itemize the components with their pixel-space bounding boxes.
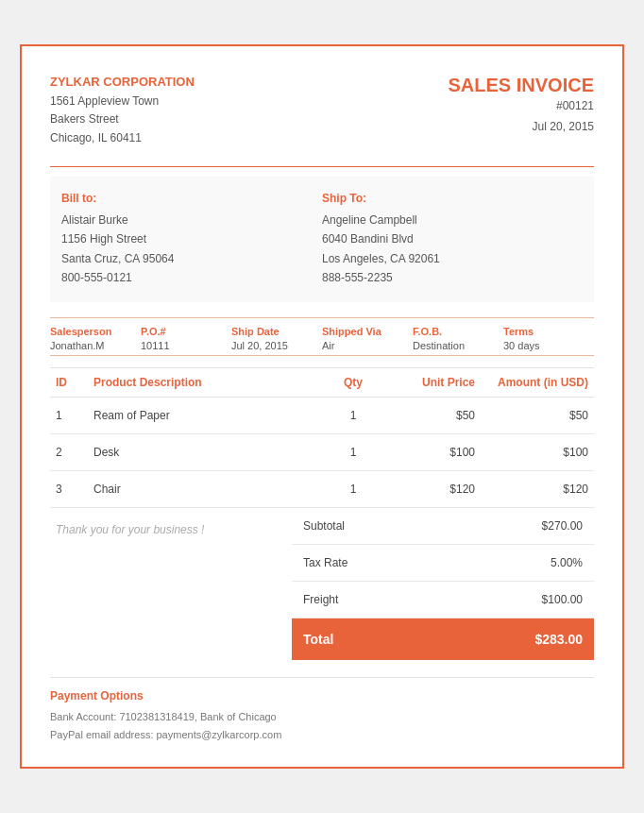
fob-value: Destination — [413, 340, 503, 351]
payment-paypal: PayPal email address: payments@zylkarcor… — [50, 726, 594, 744]
salesperson-cell: Salesperson Jonathan.M — [50, 326, 141, 351]
ship-to-label: Ship To: — [322, 192, 583, 205]
invoice-number: #00121 — [449, 96, 594, 117]
items-table: ID Product Description Qty Unit Price Am… — [50, 367, 594, 508]
bill-to-address1: 1156 High Street — [61, 229, 322, 248]
payment-details: Bank Account: 7102381318419, Bank of Chi… — [50, 708, 594, 743]
terms-value: 30 days — [503, 340, 594, 351]
bill-to-address2: Santa Cruz, CA 95064 — [61, 249, 322, 268]
ship-date-label: Ship Date — [231, 326, 322, 337]
ship-to-address2: Los Angeles, CA 92061 — [322, 249, 583, 268]
tax-row: Tax Rate 5.00% — [292, 545, 594, 582]
payment-bank: Bank Account: 7102381318419, Bank of Chi… — [50, 708, 594, 726]
invoice-header: ZYLKAR CORPORATION 1561 Appleview Town B… — [50, 75, 594, 147]
freight-value: $100.00 — [542, 593, 583, 606]
payment-label: Payment Options — [50, 689, 594, 703]
ship-to-details: Angeline Campbell 6040 Bandini Blvd Los … — [322, 211, 583, 288]
row-unit-price: $50 — [386, 398, 481, 434]
row-id: 1 — [50, 398, 88, 434]
ship-to-address1: 6040 Bandini Blvd — [322, 229, 583, 248]
bill-to-details: Alistair Burke 1156 High Street Santa Cr… — [61, 211, 322, 288]
ship-date-value: Jul 20, 2015 — [231, 340, 322, 351]
payment-section: Payment Options Bank Account: 7102381318… — [50, 677, 594, 743]
col-amount: Amount (in USD) — [481, 368, 594, 398]
po-cell: P.O.# 10111 — [141, 326, 231, 351]
company-address: 1561 Appleview Town Bakers Street Chicag… — [50, 93, 195, 147]
ship-to-name: Angeline Campbell — [322, 211, 583, 229]
row-description: Desk — [88, 434, 320, 471]
subtotal-value: $270.00 — [542, 519, 583, 533]
salesperson-label: Salesperson — [50, 326, 141, 337]
col-description: Product Description — [88, 368, 320, 398]
row-id: 2 — [50, 434, 88, 471]
thank-you-text: Thank you for your business ! — [50, 508, 292, 660]
row-id: 3 — [50, 471, 88, 508]
col-id: ID — [50, 368, 88, 398]
company-info: ZYLKAR CORPORATION 1561 Appleview Town B… — [50, 75, 195, 147]
tax-label: Tax Rate — [303, 556, 347, 569]
bill-to-label: Bill to: — [61, 192, 322, 205]
table-header: ID Product Description Qty Unit Price Am… — [50, 368, 594, 398]
ship-date-cell: Ship Date Jul 20, 2015 — [231, 326, 322, 351]
shipped-via-value: Air — [322, 340, 413, 351]
col-qty: Qty — [320, 368, 386, 398]
col-unit-price: Unit Price — [386, 368, 481, 398]
bill-to-section: Bill to: Alistair Burke 1156 High Street… — [61, 192, 322, 288]
row-amount: $120 — [481, 471, 594, 508]
header-divider — [50, 166, 594, 167]
total-label: Total — [303, 632, 333, 647]
invoice-date: Jul 20, 2015 — [449, 117, 594, 138]
table-row: 3 Chair 1 $120 $120 — [50, 471, 594, 508]
total-value: $283.00 — [534, 632, 583, 647]
shipped-via-cell: Shipped Via Air — [322, 326, 413, 351]
invoice-title: SALES INVOICE #00121 Jul 20, 2015 — [449, 75, 594, 137]
table-row: 2 Desk 1 $100 $100 — [50, 434, 594, 471]
bill-ship-section: Bill to: Alistair Burke 1156 High Street… — [50, 177, 594, 303]
row-unit-price: $120 — [386, 471, 481, 508]
po-value: 10111 — [141, 340, 231, 351]
row-description: Chair — [88, 471, 320, 508]
table-body: 1 Ream of Paper 1 $50 $50 2 Desk 1 $100 … — [50, 398, 594, 508]
row-amount: $50 — [481, 398, 594, 434]
freight-row: Freight $100.00 — [292, 582, 594, 618]
row-qty: 1 — [320, 471, 386, 508]
subtotal-label: Subtotal — [303, 519, 345, 533]
table-row: 1 Ream of Paper 1 $50 $50 — [50, 398, 594, 434]
bill-to-name: Alistair Burke — [61, 211, 322, 229]
row-amount: $100 — [481, 434, 594, 471]
terms-label: Terms — [503, 326, 594, 337]
salesperson-value: Jonathan.M — [50, 340, 141, 351]
invoice-meta: #00121 Jul 20, 2015 — [449, 96, 594, 137]
freight-label: Freight — [303, 593, 338, 606]
fob-label: F.O.B. — [413, 326, 503, 337]
subtotal-row: Subtotal $270.00 — [292, 508, 594, 545]
row-qty: 1 — [320, 434, 386, 471]
terms-cell: Terms 30 days — [503, 326, 594, 351]
tax-value: 5.00% — [551, 556, 583, 569]
invoice-container: ZYLKAR CORPORATION 1561 Appleview Town B… — [20, 44, 624, 769]
row-description: Ream of Paper — [88, 398, 320, 434]
row-unit-price: $100 — [386, 434, 481, 471]
fob-cell: F.O.B. Destination — [413, 326, 503, 351]
totals-section: Subtotal $270.00 Tax Rate 5.00% Freight … — [292, 508, 594, 660]
invoice-title-text: SALES INVOICE — [449, 75, 594, 96]
ship-to-section: Ship To: Angeline Campbell 6040 Bandini … — [322, 192, 583, 288]
bill-to-phone: 800-555-0121 — [61, 268, 322, 287]
summary-section: Thank you for your business ! Subtotal $… — [50, 508, 594, 660]
po-label: P.O.# — [141, 326, 231, 337]
total-row: Total $283.00 — [292, 618, 594, 660]
row-qty: 1 — [320, 398, 386, 434]
info-row: Salesperson Jonathan.M P.O.# 10111 Ship … — [50, 317, 594, 356]
ship-to-phone: 888-555-2235 — [322, 268, 583, 287]
shipped-via-label: Shipped Via — [322, 326, 413, 337]
company-name: ZYLKAR CORPORATION — [50, 75, 195, 89]
